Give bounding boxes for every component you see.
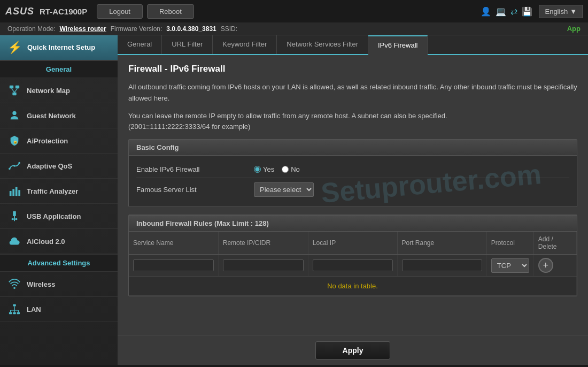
svg-rect-2 [12, 93, 16, 96]
svg-rect-10 [10, 191, 12, 196]
aiprotection-label: AiProtection [27, 137, 68, 145]
svg-point-9 [18, 162, 20, 164]
traffic-analyzer-icon [7, 184, 21, 198]
inbound-rules-table: Service Name Remote IP/CIDR Local IP Por… [129, 232, 577, 296]
svg-rect-18 [13, 304, 16, 307]
tab-url-filter[interactable]: URL Filter [162, 35, 213, 54]
guest-network-icon [7, 109, 21, 123]
content-area: General URL Filter Keyword Filter Networ… [118, 35, 588, 365]
famous-server-select[interactable]: Please select [254, 182, 314, 197]
traffic-analyzer-label: Traffic Analyzer [27, 187, 78, 195]
sidebar-item-lan[interactable]: LAN [0, 297, 118, 322]
page-content: Firewall - IPv6 Firewall All outbound tr… [118, 55, 588, 335]
svg-point-8 [13, 165, 16, 167]
svg-rect-19 [9, 312, 12, 315]
page-title: Firewall - IPv6 Firewall [128, 64, 577, 74]
svg-point-15 [12, 218, 14, 220]
no-data-cell: No data in table. [129, 277, 577, 296]
enable-ipv6-row: Enable IPv6 Firewall Yes No [136, 161, 569, 178]
inbound-rules-section: Inbound Firewall Rules (Max Limit : 128)… [128, 215, 577, 296]
lightning-icon: ⚡ [7, 41, 22, 55]
top-bar: ASUS RT-AC1900P Logout Reboot 👤 💻 ⇄ 💾 En… [0, 0, 588, 22]
person-icon[interactable]: 👤 [481, 6, 491, 17]
lan-icon [7, 302, 21, 316]
col-protocol: Protocol [486, 232, 533, 255]
qos-icon [7, 159, 21, 173]
logout-button[interactable]: Logout [97, 4, 143, 19]
svg-rect-20 [13, 312, 16, 315]
info-bar: Operation Mode: Wireless router Firmware… [0, 22, 588, 35]
share-icon[interactable]: ⇄ [510, 6, 517, 17]
operation-mode-value[interactable]: Wireless router [59, 25, 106, 33]
col-service-name: Service Name [129, 232, 218, 255]
svg-rect-12 [16, 187, 18, 196]
sidebar-item-usb-application[interactable]: USB Application [0, 204, 118, 229]
input-service-name[interactable] [133, 259, 214, 271]
sidebar-item-aicloud[interactable]: AiCloud 2.0 [0, 229, 118, 254]
apply-bar: Apply [118, 335, 588, 365]
aicloud-icon [7, 234, 21, 248]
firmware-label: Firmware Version: [111, 25, 163, 33]
no-data-row: No data in table. [129, 277, 577, 296]
svg-point-7 [9, 168, 11, 170]
radio-yes[interactable]: Yes [254, 165, 274, 173]
svg-point-16 [16, 218, 18, 220]
tab-keyword-filter[interactable]: Keyword Filter [213, 35, 277, 54]
aicloud-label: AiCloud 2.0 [27, 238, 65, 246]
svg-rect-13 [18, 190, 20, 196]
table-header-row: Service Name Remote IP/CIDR Local IP Por… [129, 232, 577, 255]
col-remote-ip: Remote IP/CIDR [218, 232, 308, 255]
input-port-range[interactable] [402, 259, 482, 271]
input-local-ip[interactable] [313, 259, 393, 271]
basic-config-header: Basic Config [129, 140, 577, 156]
table-input-row: TCP UDP BOTH + [129, 255, 577, 277]
col-port-range: Port Range [397, 232, 486, 255]
svg-rect-21 [17, 312, 20, 315]
sidebar-item-adaptive-qos[interactable]: Adaptive QoS [0, 154, 118, 179]
radio-no-input[interactable] [282, 166, 289, 173]
sidebar-item-network-map[interactable]: Network Map [0, 78, 118, 103]
adaptive-qos-label: Adaptive QoS [27, 162, 72, 170]
tab-ipv6-firewall[interactable]: IPv6 Firewall [368, 35, 428, 55]
radio-no[interactable]: No [282, 165, 300, 173]
famous-server-label: Famous Server List [136, 186, 254, 194]
usb-application-label: USB Application [27, 212, 81, 220]
guest-network-label: Guest Network [27, 112, 76, 120]
svg-rect-14 [13, 211, 16, 216]
input-cell-add-delete: + [533, 255, 576, 277]
sidebar-item-wireless[interactable]: Wireless [0, 272, 118, 297]
sidebar-item-quick-setup[interactable]: ⚡ Quick Internet Setup [0, 35, 118, 60]
sidebar-item-aiprotection[interactable]: 🔒 AiProtection [0, 128, 118, 154]
col-local-ip: Local IP [308, 232, 397, 255]
enable-ipv6-label: Enable IPv6 Firewall [136, 165, 254, 173]
tab-bar: General URL Filter Keyword Filter Networ… [118, 35, 588, 55]
sidebar: ⚡ Quick Internet Setup General Network M… [0, 35, 118, 365]
svg-text:🔒: 🔒 [13, 139, 18, 144]
add-rule-button[interactable]: + [538, 258, 553, 273]
input-remote-ip[interactable] [223, 259, 304, 271]
model-name: RT-AC1900P [40, 7, 87, 16]
description-2: You can leave the remote IP empty to all… [128, 111, 577, 133]
sidebar-item-guest-network[interactable]: Guest Network [0, 103, 118, 128]
cloud-icon[interactable]: 💾 [522, 6, 532, 17]
app-link[interactable]: App [567, 25, 581, 33]
svg-line-3 [12, 88, 15, 92]
reboot-button[interactable]: Reboot [147, 4, 194, 19]
protocol-select[interactable]: TCP UDP BOTH [491, 258, 529, 273]
input-cell-port-range [397, 255, 486, 277]
svg-point-5 [12, 111, 16, 115]
input-cell-protocol: TCP UDP BOTH [486, 255, 533, 277]
brand-name: ASUS [5, 6, 34, 17]
apply-button[interactable]: Apply [315, 341, 391, 360]
tab-network-services-filter[interactable]: Network Services Filter [277, 35, 368, 54]
network-map-icon [7, 83, 21, 97]
famous-server-row: Famous Server List Please select [136, 178, 569, 201]
radio-yes-input[interactable] [254, 166, 261, 173]
radio-no-label: No [291, 165, 300, 173]
tab-general[interactable]: General [118, 35, 162, 54]
sidebar-item-traffic-analyzer[interactable]: Traffic Analyzer [0, 179, 118, 204]
svg-line-4 [14, 88, 18, 92]
monitor-icon[interactable]: 💻 [496, 6, 506, 17]
basic-config-section: Basic Config Enable IPv6 Firewall Yes [128, 139, 577, 207]
language-selector[interactable]: English ▼ [539, 5, 583, 18]
